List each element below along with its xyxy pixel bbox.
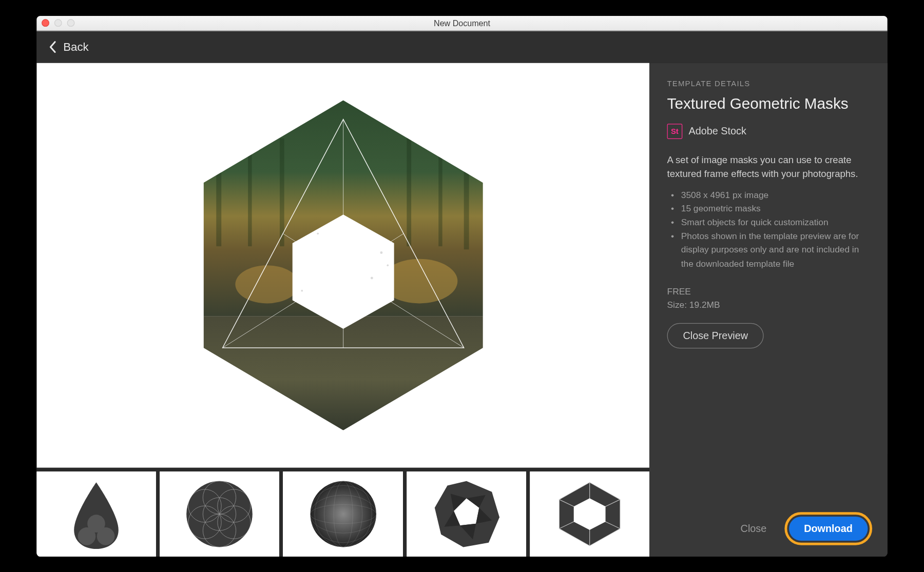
window-title: New Document [434,18,490,28]
template-preview-image [190,94,495,437]
template-description: A set of image masks you can use to crea… [667,153,870,181]
content-area: TEMPLATE DETAILS Textured Geometric Mask… [36,63,888,556]
aperture-mask-icon [428,476,504,551]
main-preview [36,63,649,467]
details-header: TEMPLATE DETAILS [667,79,870,88]
circle-flower-mask-icon [182,476,258,551]
thumbnail-3[interactable] [283,471,403,557]
template-bullets: 3508 x 4961 px image 15 geometric masks … [671,188,870,270]
details-panel: TEMPLATE DETAILS Textured Geometric Mask… [649,63,888,556]
footer-buttons: Close Download [732,512,872,545]
new-document-window: New Document Back [36,16,888,557]
thumbnail-strip [36,467,649,556]
preview-area [36,63,649,556]
thumbnail-2[interactable] [160,471,279,557]
bullet-item: Smart objects for quick customization [671,215,870,229]
window-zoom-icon[interactable] [67,19,75,27]
window-titlebar: New Document [36,16,888,31]
close-preview-button[interactable]: Close Preview [667,323,764,348]
svg-rect-7 [438,135,442,246]
svg-rect-8 [464,122,469,249]
svg-point-9 [235,265,299,303]
back-label: Back [63,40,89,53]
thumbnail-4[interactable] [407,471,526,557]
chevron-left-icon [48,41,56,53]
back-button[interactable]: Back [48,40,88,53]
svg-rect-5 [279,138,284,246]
window-close-icon[interactable] [42,19,49,27]
window-minimize-icon[interactable] [54,19,62,27]
bullet-item: 3508 x 4961 px image [671,188,870,202]
size-label: Size: 19.2MB [667,298,870,311]
bullet-item: 15 geometric masks [671,202,870,215]
stock-label: Adobe Stock [689,126,746,137]
svg-rect-6 [407,126,411,246]
svg-rect-4 [248,119,252,246]
bullet-item: Photos shown in the template preview are… [671,229,870,270]
window-traffic-lights [42,19,74,27]
download-button[interactable]: Download [789,517,868,541]
price-label: FREE [667,285,870,298]
thumbnail-5[interactable] [530,471,649,557]
adobe-stock-icon: St [667,124,683,139]
svg-rect-3 [216,132,221,246]
teardrop-mask-icon [58,476,134,551]
cube-hexagon-mask-icon [551,476,627,551]
download-highlight: Download [784,512,872,545]
sphere-mask-icon [305,476,381,551]
close-button[interactable]: Close [732,517,775,541]
stock-source-row[interactable]: St Adobe Stock [667,124,870,139]
thumbnail-1[interactable] [36,471,156,557]
template-title: Textured Geometric Masks [667,94,870,112]
toolbar: Back [36,31,888,63]
svg-point-34 [310,481,376,547]
